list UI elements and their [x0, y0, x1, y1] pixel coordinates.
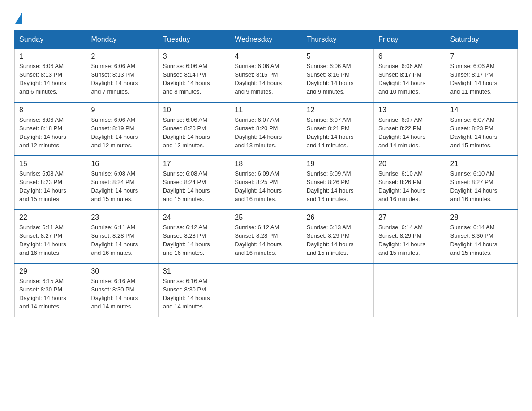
day-info: Sunrise: 6:07 AMSunset: 8:21 PMDaylight:…	[307, 116, 369, 150]
calendar-body: 1 Sunrise: 6:06 AMSunset: 8:13 PMDayligh…	[15, 48, 518, 317]
calendar-cell: 29 Sunrise: 6:15 AMSunset: 8:30 PMDaylig…	[15, 263, 86, 317]
calendar-cell	[302, 263, 373, 317]
day-number: 30	[91, 267, 153, 275]
day-info: Sunrise: 6:07 AMSunset: 8:23 PMDaylight:…	[450, 116, 513, 150]
calendar-cell	[374, 263, 446, 317]
day-number: 12	[307, 106, 369, 114]
day-number: 7	[450, 52, 513, 60]
day-number: 29	[19, 267, 82, 275]
day-header-thursday: Thursday	[302, 31, 373, 49]
calendar-week-1: 1 Sunrise: 6:06 AMSunset: 8:13 PMDayligh…	[15, 48, 518, 102]
day-header-friday: Friday	[374, 31, 446, 49]
day-info: Sunrise: 6:06 AMSunset: 8:14 PMDaylight:…	[163, 62, 225, 96]
calendar-cell: 13 Sunrise: 6:07 AMSunset: 8:22 PMDaylig…	[374, 102, 446, 156]
day-number: 22	[19, 214, 82, 222]
calendar-header: SundayMondayTuesdayWednesdayThursdayFrid…	[15, 31, 518, 49]
calendar-cell: 3 Sunrise: 6:06 AMSunset: 8:14 PMDayligh…	[158, 48, 230, 102]
day-info: Sunrise: 6:07 AMSunset: 8:22 PMDaylight:…	[378, 116, 441, 150]
calendar-week-4: 22 Sunrise: 6:11 AMSunset: 8:27 PMDaylig…	[15, 210, 518, 263]
calendar-week-3: 15 Sunrise: 6:08 AMSunset: 8:23 PMDaylig…	[15, 156, 518, 210]
day-header-tuesday: Tuesday	[158, 31, 230, 49]
calendar-cell: 4 Sunrise: 6:06 AMSunset: 8:15 PMDayligh…	[230, 48, 302, 102]
day-info: Sunrise: 6:08 AMSunset: 8:24 PMDaylight:…	[163, 170, 225, 203]
day-header-sunday: Sunday	[15, 31, 86, 49]
day-number: 24	[163, 214, 225, 222]
day-number: 9	[91, 106, 153, 114]
day-number: 4	[235, 52, 297, 60]
day-info: Sunrise: 6:06 AMSunset: 8:20 PMDaylight:…	[163, 116, 225, 150]
day-number: 16	[91, 160, 153, 168]
day-number: 28	[450, 214, 513, 222]
calendar-cell: 10 Sunrise: 6:06 AMSunset: 8:20 PMDaylig…	[158, 102, 230, 156]
calendar-cell: 2 Sunrise: 6:06 AMSunset: 8:13 PMDayligh…	[86, 48, 158, 102]
calendar-cell	[230, 263, 302, 317]
day-number: 8	[19, 106, 82, 114]
calendar-cell: 24 Sunrise: 6:12 AMSunset: 8:28 PMDaylig…	[158, 210, 230, 263]
calendar-cell: 28 Sunrise: 6:14 AMSunset: 8:30 PMDaylig…	[446, 210, 517, 263]
day-number: 2	[91, 52, 153, 60]
calendar-cell: 30 Sunrise: 6:16 AMSunset: 8:30 PMDaylig…	[86, 263, 158, 317]
calendar-cell: 16 Sunrise: 6:08 AMSunset: 8:24 PMDaylig…	[86, 156, 158, 210]
day-number: 21	[450, 160, 513, 168]
calendar-cell: 26 Sunrise: 6:13 AMSunset: 8:29 PMDaylig…	[302, 210, 373, 263]
day-info: Sunrise: 6:06 AMSunset: 8:15 PMDaylight:…	[235, 62, 297, 96]
calendar-cell: 5 Sunrise: 6:06 AMSunset: 8:16 PMDayligh…	[302, 48, 373, 102]
calendar-cell: 7 Sunrise: 6:06 AMSunset: 8:17 PMDayligh…	[446, 48, 517, 102]
day-number: 10	[163, 106, 225, 114]
calendar-cell: 18 Sunrise: 6:09 AMSunset: 8:25 PMDaylig…	[230, 156, 302, 210]
calendar-cell: 9 Sunrise: 6:06 AMSunset: 8:19 PMDayligh…	[86, 102, 158, 156]
day-info: Sunrise: 6:06 AMSunset: 8:16 PMDaylight:…	[307, 62, 369, 96]
day-info: Sunrise: 6:10 AMSunset: 8:27 PMDaylight:…	[450, 170, 513, 203]
day-info: Sunrise: 6:06 AMSunset: 8:19 PMDaylight:…	[91, 116, 153, 150]
day-info: Sunrise: 6:06 AMSunset: 8:13 PMDaylight:…	[19, 62, 82, 96]
logo	[14, 11, 23, 22]
day-number: 14	[450, 106, 513, 114]
calendar-cell: 23 Sunrise: 6:11 AMSunset: 8:28 PMDaylig…	[86, 210, 158, 263]
calendar-cell: 11 Sunrise: 6:07 AMSunset: 8:20 PMDaylig…	[230, 102, 302, 156]
day-header-monday: Monday	[86, 31, 158, 49]
day-info: Sunrise: 6:09 AMSunset: 8:26 PMDaylight:…	[307, 170, 369, 203]
day-info: Sunrise: 6:11 AMSunset: 8:28 PMDaylight:…	[91, 223, 153, 257]
calendar-week-5: 29 Sunrise: 6:15 AMSunset: 8:30 PMDaylig…	[15, 263, 518, 317]
day-info: Sunrise: 6:06 AMSunset: 8:18 PMDaylight:…	[19, 116, 82, 150]
calendar-cell: 19 Sunrise: 6:09 AMSunset: 8:26 PMDaylig…	[302, 156, 373, 210]
day-number: 3	[163, 52, 225, 60]
day-number: 20	[378, 160, 441, 168]
day-info: Sunrise: 6:07 AMSunset: 8:20 PMDaylight:…	[235, 116, 297, 150]
calendar-cell: 27 Sunrise: 6:14 AMSunset: 8:29 PMDaylig…	[374, 210, 446, 263]
calendar-cell: 17 Sunrise: 6:08 AMSunset: 8:24 PMDaylig…	[158, 156, 230, 210]
day-number: 11	[235, 106, 297, 114]
day-info: Sunrise: 6:06 AMSunset: 8:13 PMDaylight:…	[91, 62, 153, 96]
day-number: 26	[307, 214, 369, 222]
day-info: Sunrise: 6:12 AMSunset: 8:28 PMDaylight:…	[163, 223, 225, 257]
day-info: Sunrise: 6:15 AMSunset: 8:30 PMDaylight:…	[19, 277, 82, 311]
day-info: Sunrise: 6:06 AMSunset: 8:17 PMDaylight:…	[450, 62, 513, 96]
logo-triangle-icon	[15, 12, 22, 24]
day-headers-row: SundayMondayTuesdayWednesdayThursdayFrid…	[15, 31, 518, 49]
calendar-cell: 1 Sunrise: 6:06 AMSunset: 8:13 PMDayligh…	[15, 48, 86, 102]
day-number: 17	[163, 160, 225, 168]
day-info: Sunrise: 6:08 AMSunset: 8:24 PMDaylight:…	[91, 170, 153, 203]
day-info: Sunrise: 6:10 AMSunset: 8:26 PMDaylight:…	[378, 170, 441, 203]
calendar-cell: 20 Sunrise: 6:10 AMSunset: 8:26 PMDaylig…	[374, 156, 446, 210]
calendar-cell: 6 Sunrise: 6:06 AMSunset: 8:17 PMDayligh…	[374, 48, 446, 102]
calendar-cell: 31 Sunrise: 6:16 AMSunset: 8:30 PMDaylig…	[158, 263, 230, 317]
day-number: 27	[378, 214, 441, 222]
day-number: 1	[19, 52, 82, 60]
calendar-cell: 14 Sunrise: 6:07 AMSunset: 8:23 PMDaylig…	[446, 102, 517, 156]
day-number: 18	[235, 160, 297, 168]
day-number: 15	[19, 160, 82, 168]
day-info: Sunrise: 6:14 AMSunset: 8:29 PMDaylight:…	[378, 223, 441, 257]
day-header-wednesday: Wednesday	[230, 31, 302, 49]
page-header	[14, 11, 518, 22]
calendar-cell	[446, 263, 517, 317]
day-number: 25	[235, 214, 297, 222]
calendar-week-2: 8 Sunrise: 6:06 AMSunset: 8:18 PMDayligh…	[15, 102, 518, 156]
day-info: Sunrise: 6:06 AMSunset: 8:17 PMDaylight:…	[378, 62, 441, 96]
day-number: 31	[163, 267, 225, 275]
calendar-table: SundayMondayTuesdayWednesdayThursdayFrid…	[14, 30, 518, 317]
day-header-saturday: Saturday	[446, 31, 517, 49]
calendar-cell: 8 Sunrise: 6:06 AMSunset: 8:18 PMDayligh…	[15, 102, 86, 156]
day-info: Sunrise: 6:08 AMSunset: 8:23 PMDaylight:…	[19, 170, 82, 203]
day-info: Sunrise: 6:09 AMSunset: 8:25 PMDaylight:…	[235, 170, 297, 203]
